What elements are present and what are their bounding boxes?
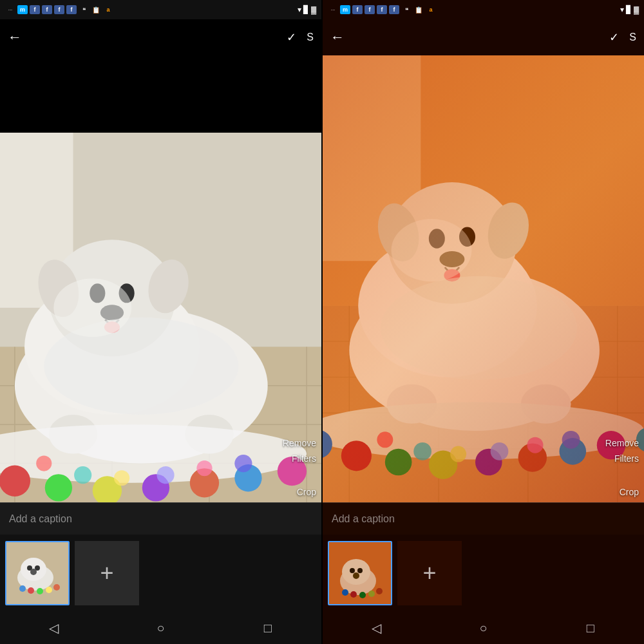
svg-point-49 bbox=[37, 588, 43, 594]
back-button-right[interactable]: ← bbox=[330, 29, 345, 45]
svg-point-36 bbox=[156, 466, 174, 484]
plus-icon-left: + bbox=[100, 562, 113, 585]
crop-label-right[interactable]: Crop bbox=[620, 487, 639, 497]
amazon-icon: a bbox=[103, 5, 113, 14]
nav-bar-left: ◁ ○ □ bbox=[0, 612, 321, 644]
status-icons-left: ··· m f f f f ❝ 📋 a bbox=[5, 5, 113, 14]
fb-icon-2: f bbox=[42, 5, 52, 14]
status-icons-right: ··· m f f f f ❝ 📋 a bbox=[328, 5, 436, 14]
photo-area-right: Remove Filters Crop bbox=[323, 55, 644, 502]
caption-placeholder-left[interactable]: Add a caption bbox=[9, 513, 72, 525]
thumbnail-left-1[interactable] bbox=[5, 541, 70, 605]
thumbnail-right-1[interactable] bbox=[328, 541, 392, 605]
thumbnail-strip-left: + bbox=[0, 535, 321, 612]
svg-rect-94 bbox=[323, 55, 644, 502]
svg-point-103 bbox=[350, 591, 357, 598]
note-icon-r: 📋 bbox=[413, 5, 424, 14]
fb-icon-3: f bbox=[54, 5, 64, 14]
svg-point-48 bbox=[28, 587, 34, 594]
crop-label-left[interactable]: Crop bbox=[297, 487, 316, 497]
fb-icon-4: f bbox=[66, 5, 77, 14]
top-bar-left-section: ← bbox=[8, 29, 287, 46]
signal-icons-left: ▾ ▊ ▓ bbox=[298, 5, 316, 14]
dog-photo-left bbox=[0, 133, 321, 502]
thumbnail-strip-right: + bbox=[323, 535, 644, 612]
signal-icons-right: ▾ ▊ ▓ bbox=[620, 5, 639, 14]
dog-photo-right bbox=[323, 55, 644, 502]
svg-point-106 bbox=[376, 588, 383, 594]
top-bar-left: ← ✓ S bbox=[0, 19, 321, 55]
save-button-right[interactable]: S bbox=[629, 32, 636, 43]
svg-point-35 bbox=[114, 470, 129, 486]
svg-point-105 bbox=[368, 591, 375, 597]
top-bar-right: ← ✓ S bbox=[323, 19, 644, 55]
svg-point-99 bbox=[350, 568, 355, 573]
svg-point-25 bbox=[0, 466, 30, 497]
wifi-icon: ▾ bbox=[298, 5, 301, 14]
right-phone-panel: ··· m f f f f ❝ 📋 a ▾ ▊ ▓ ← ✓ S bbox=[323, 0, 644, 644]
recents-nav-icon-left: □ bbox=[264, 621, 272, 636]
check-button-left[interactable]: ✓ bbox=[287, 30, 296, 44]
svg-point-33 bbox=[36, 455, 52, 471]
svg-point-26 bbox=[45, 474, 72, 501]
check-button-right[interactable]: ✓ bbox=[609, 30, 619, 44]
svg-point-37 bbox=[196, 460, 212, 476]
filters-button-left[interactable]: Filters bbox=[292, 453, 316, 464]
status-bar-left: ··· m f f f f ❝ 📋 a ▾ ▊ ▓ bbox=[0, 0, 321, 19]
fb-icon-r4: f bbox=[389, 5, 399, 14]
svg-point-47 bbox=[19, 585, 26, 592]
recents-nav-icon-right: □ bbox=[587, 621, 594, 636]
home-nav-icon-left: ○ bbox=[156, 621, 164, 636]
remove-button-right[interactable]: Remove bbox=[605, 438, 639, 448]
status-dots-r: ··· bbox=[328, 5, 338, 14]
note-icon: 📋 bbox=[91, 5, 101, 14]
recents-nav-left[interactable]: □ bbox=[252, 615, 284, 641]
image-actions-right: Remove Filters bbox=[605, 438, 639, 464]
svg-point-50 bbox=[46, 587, 52, 593]
left-phone-panel: ··· m f f f f ❝ 📋 a ▾ ▊ ▓ ← ✓ S bbox=[0, 0, 321, 644]
svg-point-34 bbox=[74, 466, 91, 484]
plus-icon-right: + bbox=[422, 562, 436, 585]
filters-button-right[interactable]: Filters bbox=[614, 453, 639, 464]
svg-point-102 bbox=[342, 589, 348, 596]
wifi-icon-r: ▾ bbox=[620, 5, 624, 14]
back-nav-right[interactable]: ◁ bbox=[360, 615, 392, 641]
battery-icon: ▓ bbox=[311, 6, 316, 14]
back-nav-left[interactable]: ◁ bbox=[37, 615, 70, 641]
status-dots: ··· bbox=[5, 5, 15, 14]
image-actions-left: Remove Filters bbox=[283, 438, 316, 464]
black-top-area bbox=[0, 55, 321, 133]
back-nav-icon-right: ◁ bbox=[372, 620, 381, 636]
amazon-icon-r: a bbox=[426, 5, 436, 14]
fb-icon-r2: f bbox=[365, 5, 375, 14]
top-bar-left-section-r: ← bbox=[330, 29, 609, 46]
remove-button-left[interactable]: Remove bbox=[283, 438, 316, 448]
home-nav-left[interactable]: ○ bbox=[144, 615, 176, 641]
status-bar-right: ··· m f f f f ❝ 📋 a ▾ ▊ ▓ bbox=[323, 0, 644, 19]
quote-icon-r: ❝ bbox=[401, 5, 412, 14]
svg-point-100 bbox=[357, 568, 363, 573]
fb-icon-r1: f bbox=[352, 5, 363, 14]
caption-area-right[interactable]: Add a caption bbox=[323, 502, 644, 535]
add-photo-button-left[interactable]: + bbox=[75, 541, 139, 605]
back-button-left[interactable]: ← bbox=[8, 29, 22, 45]
save-button-left[interactable]: S bbox=[307, 32, 314, 43]
svg-point-51 bbox=[53, 584, 60, 591]
caption-placeholder-right[interactable]: Add a caption bbox=[332, 513, 395, 525]
home-nav-right[interactable]: ○ bbox=[467, 615, 499, 641]
nav-bar-right: ◁ ○ □ bbox=[323, 612, 644, 644]
recents-nav-right[interactable]: □ bbox=[574, 615, 607, 641]
svg-point-40 bbox=[53, 279, 131, 337]
fb-icon-r3: f bbox=[377, 5, 387, 14]
battery-icon-r: ▓ bbox=[634, 6, 639, 14]
svg-point-46 bbox=[30, 569, 37, 575]
svg-point-98 bbox=[342, 559, 370, 585]
photo-area-left: Remove Filters Crop bbox=[0, 133, 321, 502]
fb-icon-1: f bbox=[30, 5, 40, 14]
quote-icon: ❝ bbox=[79, 5, 89, 14]
home-nav-icon-right: ○ bbox=[479, 621, 487, 636]
add-photo-button-right[interactable]: + bbox=[397, 541, 462, 605]
myf-icon-r: m bbox=[340, 5, 350, 14]
top-bar-right-section: ✓ S bbox=[287, 30, 314, 44]
caption-area-left[interactable]: Add a caption bbox=[0, 502, 321, 535]
